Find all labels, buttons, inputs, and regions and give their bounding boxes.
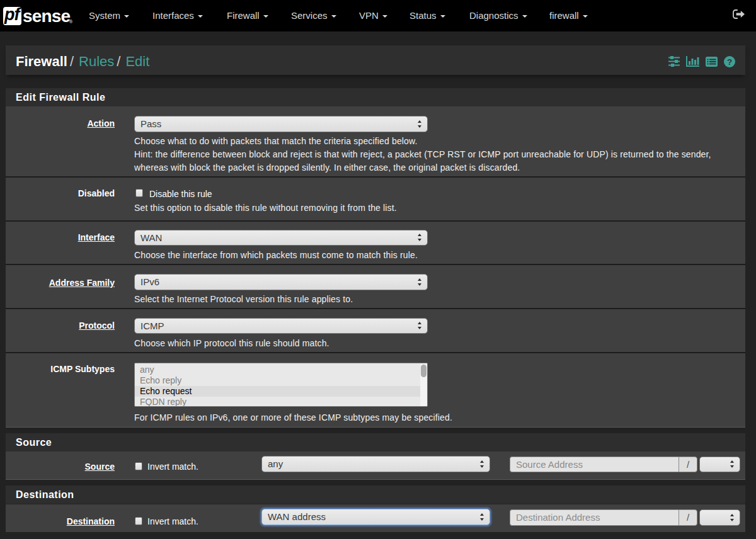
svg-text:?: ? — [727, 57, 732, 66]
